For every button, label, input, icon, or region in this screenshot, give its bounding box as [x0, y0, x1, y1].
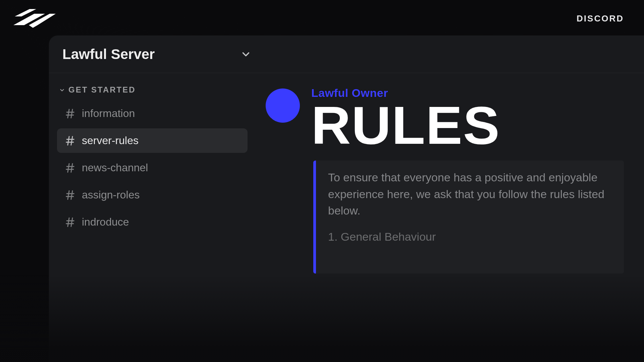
- hash-icon: [64, 108, 76, 119]
- brand-label: DISCORD: [577, 13, 624, 24]
- svg-line-18: [68, 218, 69, 227]
- embed-block: To ensure that everyone has a positive a…: [313, 161, 624, 274]
- category-label: GET STARTED: [68, 85, 136, 95]
- server-name: Lawful Server: [62, 46, 155, 62]
- svg-line-15: [71, 191, 72, 199]
- channel-assign-roles[interactable]: assign-roles: [57, 183, 248, 207]
- chevron-down-icon[interactable]: [240, 49, 252, 60]
- svg-line-6: [68, 136, 69, 145]
- chevron-down-icon: [59, 87, 65, 93]
- message-area: Lawful Owner RULES To ensure that everyo…: [256, 73, 644, 362]
- channel-label: news-channel: [82, 162, 148, 174]
- app-window: Lawful Server GET STARTED informationser…: [49, 36, 644, 362]
- svg-line-3: [71, 109, 72, 118]
- channel-label: assign-roles: [82, 189, 140, 201]
- channel-sidebar: GET STARTED informationserver-rulesnews-…: [49, 73, 256, 362]
- svg-line-19: [71, 218, 72, 227]
- embed-section-heading: 1. General Behaviour: [328, 230, 610, 243]
- channel-label: information: [82, 107, 135, 120]
- hash-icon: [64, 189, 76, 201]
- svg-line-2: [68, 109, 69, 118]
- embed-intro: To ensure that everyone has a positive a…: [328, 169, 610, 219]
- server-header[interactable]: Lawful Server: [49, 36, 644, 73]
- brand-logo: [12, 6, 56, 31]
- channel-indroduce[interactable]: indroduce: [57, 210, 248, 234]
- svg-line-11: [71, 164, 72, 172]
- avatar[interactable]: [266, 88, 300, 123]
- channel-server-rules[interactable]: server-rules: [57, 128, 248, 153]
- svg-line-14: [68, 191, 69, 199]
- channel-news-channel[interactable]: news-channel: [57, 156, 248, 180]
- channel-information[interactable]: information: [57, 101, 248, 126]
- channel-label: indroduce: [82, 216, 129, 228]
- hash-icon: [64, 217, 76, 228]
- svg-line-10: [68, 164, 69, 172]
- channel-label: server-rules: [82, 134, 139, 147]
- message-title: RULES: [311, 100, 630, 150]
- hash-icon: [64, 135, 76, 146]
- hash-icon: [64, 162, 76, 174]
- svg-line-7: [71, 136, 72, 145]
- category-header[interactable]: GET STARTED: [57, 85, 248, 95]
